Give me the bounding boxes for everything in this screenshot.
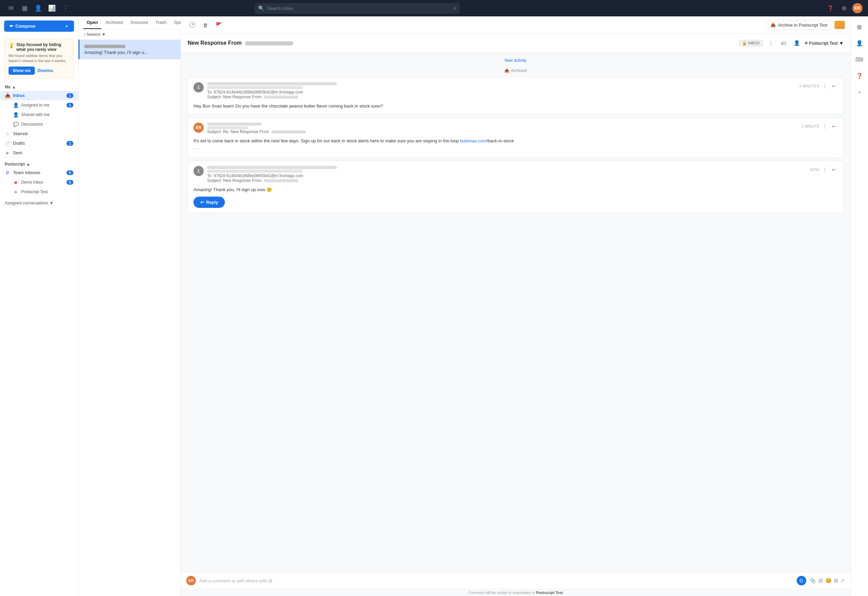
more-icon[interactable]: ⋮: [60, 3, 71, 14]
message-subject-2: Subject: New Response From: [207, 178, 807, 183]
dismiss-button[interactable]: Dismiss: [37, 68, 53, 73]
clock-button[interactable]: 🕐: [186, 20, 198, 30]
tag-button[interactable]: 🏷: [778, 38, 789, 48]
me-section-label[interactable]: Me ▲: [0, 81, 78, 91]
conversation-list: Open Archived Snoozed Trash Spam ↕ Newes…: [78, 16, 181, 596]
new-activity-label: New activity: [187, 57, 843, 64]
message-body-1: It's set to come back in stock within th…: [193, 138, 838, 144]
expand-icon[interactable]: ⤢: [840, 578, 845, 584]
message-to-2: To: 97824-614644b2686e086f3b42@in.fronta…: [207, 173, 807, 178]
main-panel: 🕐 🗑 🚩 📥 Archive in Postscript Test New R…: [181, 16, 850, 596]
sidebar-item-drafts[interactable]: 📄 Drafts 1: [0, 139, 78, 148]
message-link-1[interactable]: bubsnax.com: [460, 138, 486, 143]
mention-icon[interactable]: @: [818, 578, 823, 584]
sidebar-item-discussions[interactable]: 💬 Discussions: [4, 120, 78, 129]
conversation-item-0[interactable]: Amazing! Thank you, I'll sign u...: [78, 40, 180, 59]
shared-icon: 👤: [13, 112, 18, 117]
sidebar-item-postscript-test[interactable]: Postscript Test: [4, 187, 78, 197]
thread-container: New activity 📥 Archived 1 To: 97824-6146…: [181, 53, 850, 572]
conv-preview-0: Amazing! Thank you, I'll sign u...: [84, 50, 176, 55]
message-subject-0: Subject: New Response From: [207, 95, 796, 99]
message-more-2[interactable]: ⋮: [821, 166, 829, 173]
tab-open[interactable]: Open: [83, 16, 101, 29]
drafts-icon: 📄: [5, 140, 10, 146]
compose-edit-icon: ✏: [10, 24, 13, 29]
archive-button[interactable]: 📥 Archive in Postscript Test: [766, 20, 832, 30]
mail-icon[interactable]: ✉: [6, 3, 16, 14]
sidebar-item-starred[interactable]: ☆ Starred: [0, 129, 78, 139]
user-avatar[interactable]: ER: [852, 3, 862, 13]
tip-body: We found sidebar items that you haven't …: [9, 53, 69, 64]
message-reply-2[interactable]: ↩: [830, 166, 838, 173]
filter-icon[interactable]: ≡: [453, 6, 456, 11]
archived-text: Archived: [511, 68, 527, 73]
search-input[interactable]: [255, 3, 460, 14]
assigned-icon: 👤: [13, 102, 18, 108]
tab-trash[interactable]: Trash: [152, 16, 170, 29]
inbox-icon: 📥: [5, 93, 10, 98]
tab-snoozed[interactable]: Snoozed: [127, 16, 151, 29]
assigned-conv-text: Assigned conversations: [5, 201, 48, 206]
contact-icon[interactable]: 👤: [33, 3, 44, 14]
message-time-1: 1 MINUTE: [802, 124, 819, 128]
trash-button[interactable]: 🗑: [200, 20, 211, 30]
comment-input[interactable]: [199, 578, 793, 583]
discussions-label: Discussions: [21, 122, 73, 127]
comment-send-button[interactable]: G: [797, 576, 806, 586]
subject-prefix: New Response From: [187, 40, 242, 46]
comment-area: ER G 📎 @ 😊 ⊞ ⤢: [181, 572, 850, 589]
reply-button[interactable]: ↩ Reply: [193, 197, 225, 208]
right-panel-user-button[interactable]: 👤: [853, 37, 866, 49]
message-avatar-0: 1: [193, 82, 204, 93]
chart-icon[interactable]: 📊: [46, 3, 57, 14]
right-panel-help-button[interactable]: ❓: [853, 70, 866, 82]
me-chevron-icon: ▲: [12, 85, 16, 89]
message-reply-0[interactable]: ↩: [830, 82, 838, 90]
message-meta-2: To: 97824-614644b2686e086f3b42@in.fronta…: [207, 166, 807, 183]
starred-label: Starred: [13, 131, 73, 136]
sidebar-item-inbox[interactable]: 📥 Inbox 1: [0, 91, 78, 101]
help-icon[interactable]: ❓: [825, 3, 836, 14]
calendar-icon[interactable]: ▦: [19, 3, 30, 14]
drafts-badge: 1: [66, 141, 73, 146]
assigned-conversations-label[interactable]: Assigned conversations ▼: [0, 198, 78, 207]
sort-icon: ↕: [83, 32, 85, 37]
compose-button[interactable]: ✏ Compose ▼: [4, 21, 74, 32]
message-more-1[interactable]: ⋮: [821, 123, 829, 130]
comment-avatar: ER: [186, 576, 196, 586]
email-header: New Response From 🔒 INBOX ⋮ 🏷 👤 Postscri…: [181, 34, 850, 53]
message-more-0[interactable]: ⋮: [821, 82, 829, 90]
demo-inbox-dot: [13, 180, 18, 185]
flag-button[interactable]: 🚩: [213, 20, 225, 30]
message-reply-1[interactable]: ↩: [830, 123, 838, 130]
more-actions-button[interactable]: ⋮: [766, 38, 776, 48]
comment-icons: 📎 @ 😊 ⊞ ⤢: [810, 578, 845, 584]
assign-button[interactable]: 👤: [791, 38, 803, 48]
star-icon: ☆: [5, 131, 10, 136]
right-panel-add-button[interactable]: ＋: [853, 86, 866, 98]
emoji-icon[interactable]: 😊: [825, 578, 832, 584]
sidebar-item-sent[interactable]: ➤ Sent: [0, 148, 78, 158]
sidebar-item-assigned[interactable]: 👤 Assigned to me 1: [4, 101, 78, 110]
message-to-0: To: 97824-614644b2686e086f3b42@in.fronta…: [207, 90, 796, 95]
sidebar-item-team-inboxes[interactable]: P Team inboxes 5: [0, 168, 78, 177]
postscript-section-label[interactable]: Postscript ▲: [0, 159, 78, 168]
thread-chevron-icon: ▼: [839, 41, 843, 46]
sidebar-item-demo-inbox[interactable]: Demo Inbox 5: [4, 177, 78, 187]
show-me-button[interactable]: Show me: [9, 67, 35, 75]
lock-icon: 🔒: [742, 41, 747, 45]
inbox-label: Inbox: [13, 93, 64, 98]
right-panel-grid-button[interactable]: ▦: [853, 21, 866, 33]
message-card-0: 1 To: 97824-614644b2686e086f3b42@in.fron…: [187, 77, 843, 115]
settings-icon[interactable]: ⚙: [838, 3, 850, 14]
grid-icon[interactable]: ⊞: [834, 578, 838, 584]
right-panel-keyboard-button[interactable]: ⌨: [853, 53, 866, 65]
conv-sort[interactable]: ↕ Newest ▼: [78, 30, 180, 40]
message-meta-1: Subject: Re: New Response From: [207, 123, 799, 134]
message-body-2: Amazing! Thank you, I'll sign up now 🙂: [193, 186, 838, 193]
sidebar-item-shared[interactable]: 👤 Shared with me: [4, 110, 78, 120]
tip-title: Stay focused by hiding what you rarely v…: [16, 42, 69, 52]
tab-archived[interactable]: Archived: [102, 16, 126, 29]
attach-icon[interactable]: 📎: [810, 578, 816, 584]
inbox-badge: 1: [66, 93, 73, 98]
